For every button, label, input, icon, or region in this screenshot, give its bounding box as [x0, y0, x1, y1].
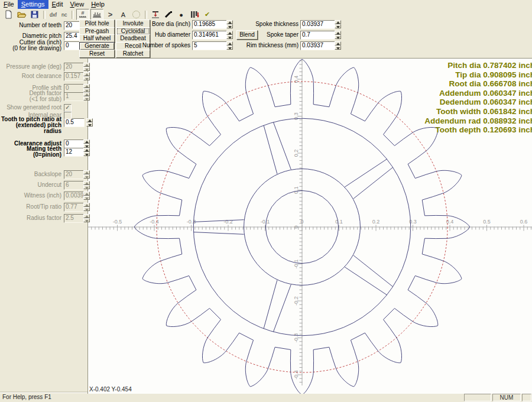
ratchet-button[interactable]: Ratchet	[116, 50, 150, 58]
input-spoke-taper-spinner[interactable]	[335, 31, 341, 39]
confirm-button[interactable]: ✔	[202, 9, 213, 20]
svg-text:#: #	[81, 10, 84, 16]
blend-button[interactable]: Blend	[236, 30, 258, 40]
dimension-toggle[interactable]: #	[76, 9, 89, 20]
input-backslope-spinner	[83, 170, 90, 179]
svg-text:-0.3: -0.3	[293, 333, 299, 343]
reset-button[interactable]: Reset	[79, 50, 115, 58]
arrow-tool-button[interactable]: >	[105, 9, 116, 20]
field-label: Depth factor(<1 for stub)	[0, 90, 61, 102]
generate-button[interactable]: Generate	[79, 42, 115, 50]
input-clearance-adjust-spinner[interactable]	[83, 140, 90, 148]
pilot-hole-button[interactable]: Pilot hole	[79, 20, 115, 28]
save-file-button[interactable]	[29, 9, 41, 20]
input-rim-thickness-mm-spinner-up[interactable]	[335, 41, 341, 46]
depth-tool-button[interactable]	[150, 9, 161, 20]
input-depth-factor: 1	[64, 92, 85, 101]
status-pane-num: NUM	[492, 394, 521, 401]
menu-file[interactable]: File	[0, 0, 18, 9]
input-bore-dia-inch-spinner[interactable]	[226, 20, 233, 28]
depth-tool-button-icon	[151, 10, 160, 19]
input-spoke-taper[interactable]: 0.7	[300, 31, 336, 40]
menu-help[interactable]: Help	[87, 0, 108, 9]
input-root-clearance-spinner-down	[83, 76, 90, 80]
results-readout: Pitch dia 0.787402 inchTip dia 0.908095 …	[424, 61, 532, 135]
input-depth-factor-spinner-up	[83, 92, 90, 96]
input-root-clearance-spinner	[83, 72, 90, 80]
input-mating-teeth[interactable]: 12	[64, 148, 85, 157]
input-root-clearance-spinner-up	[83, 72, 90, 76]
input-mating-teeth-spinner[interactable]	[83, 148, 90, 156]
field-label: Number of spokes	[138, 43, 190, 48]
new-file-button[interactable]	[3, 9, 15, 20]
input-hub-diameter-spinner[interactable]	[226, 31, 233, 39]
menu-settings[interactable]: Settings	[18, 0, 48, 9]
input-hub-diameter-spinner-up[interactable]	[226, 31, 233, 35]
field-label-line1: Witness (inch)	[0, 193, 61, 199]
toolbar-separator	[72, 11, 74, 19]
field-label: Radius factor	[0, 215, 61, 221]
ruler-toggle-icon	[92, 10, 102, 19]
field-label: Root/Tip ratio	[0, 204, 61, 210]
text-tool-button[interactable]: A	[118, 9, 129, 20]
menu-view[interactable]: View	[66, 0, 87, 9]
input-tooth-to-pitch-ratio-at-spinner[interactable]	[86, 118, 93, 127]
input-rim-thickness-mm-spinner-down[interactable]	[335, 46, 341, 50]
input-rim-thickness-mm-spinner[interactable]	[335, 41, 341, 50]
menu-edit[interactable]: Edit	[48, 0, 67, 9]
input-rim-thickness-mm[interactable]: 0.03937	[300, 41, 336, 50]
circle-tool-button[interactable]: ●	[176, 9, 187, 20]
pitch-circle-toggle-icon	[132, 11, 140, 18]
input-number-of-spokes-spinner[interactable]	[226, 41, 233, 50]
input-clearance-adjust[interactable]: 0	[64, 140, 85, 148]
input-radius-factor-spinner-up	[83, 214, 90, 218]
pitch-circle-toggle[interactable]	[131, 9, 142, 20]
svg-text:0.1: 0.1	[293, 186, 299, 194]
svg-text:-0.1: -0.1	[261, 219, 270, 225]
result-line: Addendum rad 0.088932 inch	[424, 116, 532, 126]
field-label: Tooth to pitch ratio at(extended) pitch …	[0, 116, 61, 134]
open-file-button[interactable]	[16, 9, 28, 20]
export-dxf-button[interactable]: dxf	[48, 9, 59, 20]
input-mating-teeth-spinner-up[interactable]	[83, 148, 90, 152]
input-spoke-thickness-spinner-up[interactable]	[335, 20, 341, 24]
ruler-toggle[interactable]	[90, 9, 103, 20]
input-depth-factor-spinner	[83, 92, 90, 100]
input-pressure-angle-deg-spinner-up	[83, 63, 90, 67]
input-witness-inch-spinner-down	[83, 196, 90, 200]
checkbox-show-generated-root: ✓	[64, 104, 72, 112]
result-line: Pitch dia 0.787402 inch	[424, 61, 532, 70]
toolbar-separator	[145, 11, 147, 19]
input-spoke-taper-spinner-up[interactable]	[335, 31, 341, 35]
field-label: Mating teeth(0=pinion)	[0, 146, 61, 158]
input-number-of-spokes-spinner-down[interactable]	[226, 46, 233, 50]
input-bore-dia-inch[interactable]: 0.19685	[192, 20, 228, 29]
input-hub-diameter-spinner-down[interactable]	[226, 35, 233, 39]
pen-tool-button[interactable]	[163, 9, 174, 20]
input-bore-dia-inch-spinner-up[interactable]	[226, 20, 233, 24]
input-bore-dia-inch-spinner-down[interactable]	[226, 24, 233, 28]
input-clearance-adjust-spinner-down[interactable]	[83, 144, 90, 148]
input-tooth-to-pitch-ratio-at-spinner-down[interactable]	[86, 122, 93, 127]
input-mating-teeth-spinner-down[interactable]	[83, 152, 90, 156]
field-label-line1: Pressure angle (deg)	[0, 64, 61, 70]
input-number-of-spokes[interactable]: 5	[192, 41, 228, 50]
input-spoke-thickness-spinner-down[interactable]	[335, 24, 341, 28]
input-undercut: 6	[64, 181, 85, 190]
input-witness-inch: 0.00393	[64, 192, 85, 200]
input-tooth-to-pitch-ratio-at-spinner-up[interactable]	[86, 118, 93, 122]
input-number-of-spokes-spinner-up[interactable]	[226, 41, 233, 46]
input-spoke-thickness-spinner[interactable]	[335, 20, 341, 28]
input-clearance-adjust-spinner-up[interactable]	[83, 140, 90, 144]
input-tooth-to-pitch-ratio-at[interactable]: 0.5	[64, 118, 85, 127]
input-hub-diameter[interactable]: 0.314961	[192, 31, 228, 40]
input-spoke-taper-spinner-down[interactable]	[335, 35, 341, 39]
export-nc-button[interactable]: nc	[60, 9, 69, 20]
input-depth-factor-spinner-down	[83, 96, 90, 100]
input-profile-shift-spinner	[83, 84, 90, 92]
column-export-button-icon	[190, 10, 199, 19]
column-export-button[interactable]	[189, 9, 200, 20]
input-spoke-thickness[interactable]: 0.03937	[300, 20, 336, 29]
half-wheel-button[interactable]: Half wheel	[79, 34, 115, 43]
svg-text:0.6: 0.6	[520, 219, 528, 225]
